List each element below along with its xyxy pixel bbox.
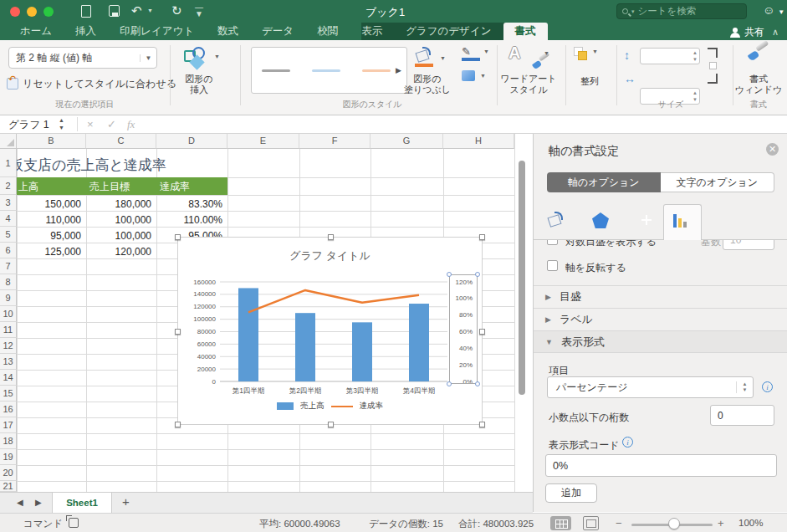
- customize-toolbar-icon[interactable]: —▼: [195, 4, 203, 18]
- ribbon-tab-4[interactable]: データ: [250, 23, 305, 40]
- next-sheet-icon[interactable]: ▶: [35, 498, 42, 507]
- row-header-16[interactable]: 16: [0, 402, 17, 417]
- pane-close-icon[interactable]: ✕: [766, 143, 779, 156]
- ribbon-tab-8[interactable]: 書式: [503, 23, 548, 40]
- column-header-F[interactable]: F: [299, 134, 371, 149]
- close-window-button[interactable]: [10, 7, 20, 17]
- sheet-tab-sheet1[interactable]: Sheet1: [52, 493, 112, 514]
- log-scale-checkbox[interactable]: [547, 240, 558, 245]
- column-header-H[interactable]: H: [443, 134, 514, 149]
- shape-fill-button[interactable]: ▼: [415, 49, 433, 67]
- ribbon-tab-5[interactable]: 校閲: [305, 23, 350, 40]
- zoom-in-button[interactable]: +: [718, 517, 724, 529]
- row-header-14[interactable]: 14: [0, 370, 17, 386]
- cell-header-rate[interactable]: 達成率: [160, 180, 190, 194]
- row-header-15[interactable]: 15: [0, 386, 17, 402]
- cell[interactable]: 100,000: [88, 230, 151, 242]
- column-header-G[interactable]: G: [371, 134, 443, 149]
- select-all-corner[interactable]: [0, 134, 17, 149]
- reverse-axis-checkbox[interactable]: [547, 260, 558, 271]
- style-swatch-blue[interactable]: [312, 69, 340, 72]
- name-box[interactable]: グラフ 1: [8, 118, 49, 132]
- ribbon-tab-0[interactable]: ホーム: [8, 23, 64, 40]
- enter-icon[interactable]: ✓: [107, 118, 116, 130]
- cell[interactable]: 110,000: [18, 214, 81, 226]
- minimize-window-button[interactable]: [27, 7, 37, 17]
- prev-sheet-icon[interactable]: ◀: [17, 498, 23, 507]
- tab-text-options[interactable]: 文字のオプション: [661, 172, 775, 192]
- row-header-12[interactable]: 12: [0, 338, 17, 354]
- cell[interactable]: 110.00%: [158, 214, 222, 226]
- search-scope-caret-icon[interactable]: ▾: [631, 8, 635, 15]
- cell-b1-title[interactable]: 阪支店の売上高と達成率: [9, 156, 166, 175]
- row-header-13[interactable]: 13: [0, 354, 17, 370]
- add-sheet-button[interactable]: +: [122, 494, 130, 509]
- row-header-8[interactable]: 8: [0, 274, 17, 290]
- cell-header-target[interactable]: 売上目標: [89, 180, 130, 194]
- selection-knob[interactable]: [447, 381, 452, 386]
- cell[interactable]: 180,000: [88, 198, 151, 210]
- tab-axis-options[interactable]: 軸のオプション: [547, 172, 661, 192]
- section-tick-marks[interactable]: ▶ 目盛: [534, 285, 787, 308]
- row-header-11[interactable]: 11: [0, 322, 17, 338]
- cell[interactable]: 83.30%: [158, 198, 222, 210]
- ribbon-tab-3[interactable]: 数式: [206, 23, 250, 40]
- effects-icon[interactable]: [592, 212, 609, 228]
- style-swatch-gray[interactable]: [262, 69, 290, 72]
- chart-element-dropdown[interactable]: 第 2 軸 縦 (値) 軸 ▼: [8, 47, 157, 69]
- axis-options-icon[interactable]: [673, 214, 687, 228]
- chart[interactable]: グラフ タイトル 0200004000060000800001000001200…: [177, 237, 483, 425]
- row-header-1[interactable]: 1: [0, 149, 17, 177]
- chart-resize-handle[interactable]: [328, 422, 334, 427]
- undo-dropdown-icon[interactable]: ▼: [147, 8, 153, 13]
- base-input[interactable]: [723, 240, 774, 250]
- row-header-9[interactable]: 9: [0, 290, 17, 306]
- info-icon[interactable]: i: [762, 381, 773, 392]
- row-header-2[interactable]: 2: [0, 177, 17, 195]
- page-layout-view-button[interactable]: [583, 516, 599, 530]
- secondary-axis-selection[interactable]: [449, 274, 478, 384]
- column-header-D[interactable]: D: [156, 134, 227, 149]
- row-header-17[interactable]: 17: [0, 417, 17, 433]
- column-header-E[interactable]: E: [227, 134, 299, 149]
- selection-knob[interactable]: [475, 272, 480, 277]
- share-button[interactable]: 共有 ∧: [730, 25, 775, 39]
- chart-legend[interactable]: 売上高 達成率: [178, 401, 482, 412]
- column-header-C[interactable]: C: [86, 134, 156, 149]
- normal-view-button[interactable]: [550, 516, 571, 530]
- format-code-input[interactable]: [545, 454, 777, 477]
- shape-outline-button[interactable]: ✎ ▼: [462, 45, 480, 61]
- ribbon-tab-6[interactable]: 表示: [350, 23, 394, 40]
- ribbon-tab-7[interactable]: グラフのデザイン: [394, 23, 503, 40]
- row-header-10[interactable]: 10: [0, 306, 17, 322]
- row-header-18[interactable]: 18: [0, 433, 17, 449]
- row-header-4[interactable]: 4: [0, 211, 17, 227]
- worksheet-grid[interactable]: 阪支店の売上高と達成率 上高 売上目標 達成率 150,000 180,000 …: [0, 134, 533, 492]
- row-header-5[interactable]: 5: [0, 227, 17, 243]
- maximize-window-button[interactable]: [43, 7, 54, 17]
- arrange-button[interactable]: ▼: [574, 47, 599, 67]
- row-header-21[interactable]: 21: [0, 481, 17, 492]
- save-icon[interactable]: [109, 5, 120, 17]
- cancel-icon[interactable]: ×: [87, 118, 94, 130]
- add-button[interactable]: 追加: [545, 483, 597, 503]
- cell[interactable]: 125,000: [18, 246, 81, 258]
- vertical-scrollbar[interactable]: [519, 161, 525, 395]
- cell-header-sales[interactable]: 上高: [18, 180, 38, 194]
- cell[interactable]: 100,000: [88, 214, 151, 226]
- shape-style-gallery[interactable]: ▶: [251, 47, 407, 94]
- chart-resize-handle[interactable]: [175, 422, 181, 427]
- search-input[interactable]: ▾ シートを検索: [616, 3, 747, 19]
- new-file-icon[interactable]: [81, 5, 91, 18]
- ribbon-tab-2[interactable]: 印刷レイアウト: [108, 23, 206, 40]
- feedback-smiley-icon[interactable]: ☺ ▼: [763, 3, 784, 17]
- chart-resize-handle[interactable]: [479, 422, 485, 427]
- cell[interactable]: 120,000: [88, 246, 151, 258]
- height-stepper[interactable]: ▲▼: [692, 49, 698, 63]
- fx-icon[interactable]: fx: [127, 118, 135, 131]
- chart-resize-handle[interactable]: [328, 234, 334, 240]
- zoom-out-button[interactable]: −: [616, 517, 622, 529]
- shape-height-field[interactable]: ▲▼: [640, 48, 700, 64]
- row-header-19[interactable]: 19: [0, 449, 17, 465]
- column-header-B[interactable]: B: [17, 134, 86, 149]
